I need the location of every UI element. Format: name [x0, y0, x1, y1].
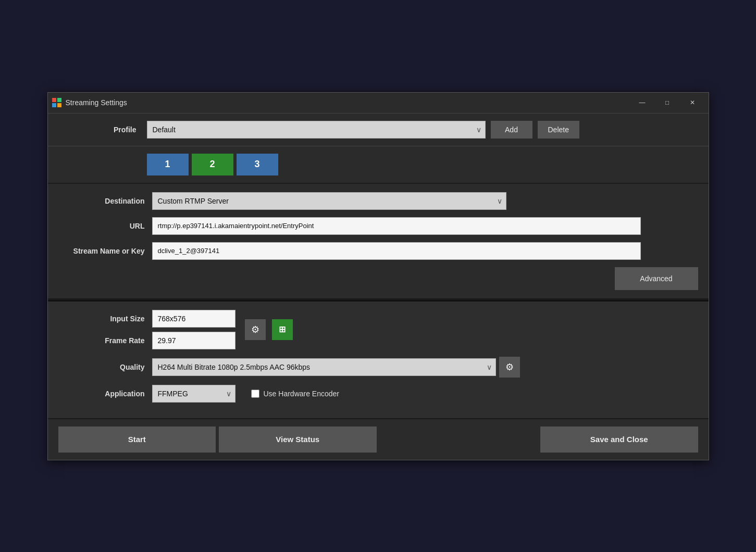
- tab-2[interactable]: 2: [192, 154, 233, 175]
- advanced-row: Advanced: [58, 267, 698, 290]
- tab-section: 1 2 3: [48, 146, 709, 184]
- delete-button[interactable]: Delete: [538, 121, 579, 139]
- destination-select[interactable]: Custom RTMP ServerYouTubeTwitchFacebook …: [152, 192, 506, 210]
- tab-3[interactable]: 3: [237, 154, 278, 175]
- app-icon: [52, 98, 61, 107]
- input-size-label: Input Size: [58, 315, 152, 323]
- url-row: URL: [58, 217, 698, 235]
- application-select-wrap: FFMPEGx264QuickSync: [152, 385, 236, 403]
- url-label: URL: [58, 222, 152, 230]
- frame-rate-label: Frame Rate: [58, 336, 152, 345]
- quality-row: Quality H264 Multi Bitrate 1080p 2.5mbps…: [58, 357, 698, 378]
- quality-label: Quality: [58, 363, 152, 371]
- destination-label: Destination: [58, 197, 152, 205]
- streaming-settings-window: Streaming Settings — □ ✕ Profile Default…: [47, 92, 709, 460]
- destination-select-wrap: Custom RTMP ServerYouTubeTwitchFacebook …: [152, 192, 506, 210]
- save-close-button[interactable]: Save and Close: [540, 426, 698, 453]
- tab-1[interactable]: 1: [147, 154, 189, 175]
- hardware-encoder-label[interactable]: Use Hardware Encoder: [264, 390, 340, 398]
- destination-row: Destination Custom RTMP ServerYouTubeTwi…: [58, 192, 698, 210]
- view-status-button[interactable]: View Status: [219, 426, 377, 453]
- application-select[interactable]: FFMPEGx264QuickSync: [152, 385, 236, 403]
- link-icon: ⊞: [279, 324, 286, 334]
- profile-select[interactable]: Default: [147, 121, 486, 139]
- quality-gear-icon: ⚙: [505, 361, 514, 373]
- minimize-button[interactable]: —: [630, 94, 654, 111]
- profile-label: Profile: [58, 126, 142, 134]
- application-row: Application FFMPEGx264QuickSync Use Hard…: [58, 385, 698, 403]
- tabs: 1 2 3: [147, 154, 698, 175]
- start-button[interactable]: Start: [58, 426, 216, 453]
- hardware-encoder-section: Use Hardware Encoder: [251, 390, 340, 398]
- footer-spacer: [380, 426, 538, 453]
- application-label: Application: [58, 390, 152, 398]
- settings-icon-button[interactable]: ⚙: [245, 319, 266, 340]
- profile-select-wrap: Default: [147, 121, 486, 139]
- close-button[interactable]: ✕: [680, 94, 704, 111]
- quality-select-wrap: H264 Multi Bitrate 1080p 2.5mbps AAC 96k…: [152, 358, 496, 376]
- stream-key-row: Stream Name or Key: [58, 242, 698, 260]
- stream-key-input[interactable]: [152, 242, 641, 260]
- input-size-frame-row: Input Size Frame Rate ⚙ ⊞: [58, 310, 698, 349]
- maximize-button[interactable]: □: [655, 94, 679, 111]
- bottom-section: Input Size Frame Rate ⚙ ⊞ Quality: [48, 302, 709, 418]
- gear-icon: ⚙: [251, 324, 259, 335]
- quality-settings-button[interactable]: ⚙: [499, 357, 520, 378]
- stream-key-label: Stream Name or Key: [58, 247, 152, 255]
- frame-rate-inner-row: Frame Rate: [58, 332, 236, 349]
- top-section: Destination Custom RTMP ServerYouTubeTwi…: [48, 184, 709, 300]
- frame-rate-input[interactable]: [152, 332, 236, 349]
- url-input[interactable]: [152, 217, 641, 235]
- window-controls: — □ ✕: [630, 94, 704, 111]
- input-size-input[interactable]: [152, 310, 236, 328]
- input-size-inner-row: Input Size: [58, 310, 236, 328]
- window-title: Streaming Settings: [66, 98, 630, 107]
- quality-select[interactable]: H264 Multi Bitrate 1080p 2.5mbps AAC 96k…: [152, 358, 496, 376]
- link-icon-button[interactable]: ⊞: [272, 319, 293, 340]
- footer: Start View Status Save and Close: [48, 418, 709, 460]
- titlebar: Streaming Settings — □ ✕: [48, 93, 709, 114]
- advanced-button[interactable]: Advanced: [615, 267, 698, 290]
- profile-section: Profile Default Add Delete: [48, 114, 709, 146]
- add-button[interactable]: Add: [491, 121, 532, 139]
- hardware-encoder-checkbox[interactable]: [251, 390, 259, 398]
